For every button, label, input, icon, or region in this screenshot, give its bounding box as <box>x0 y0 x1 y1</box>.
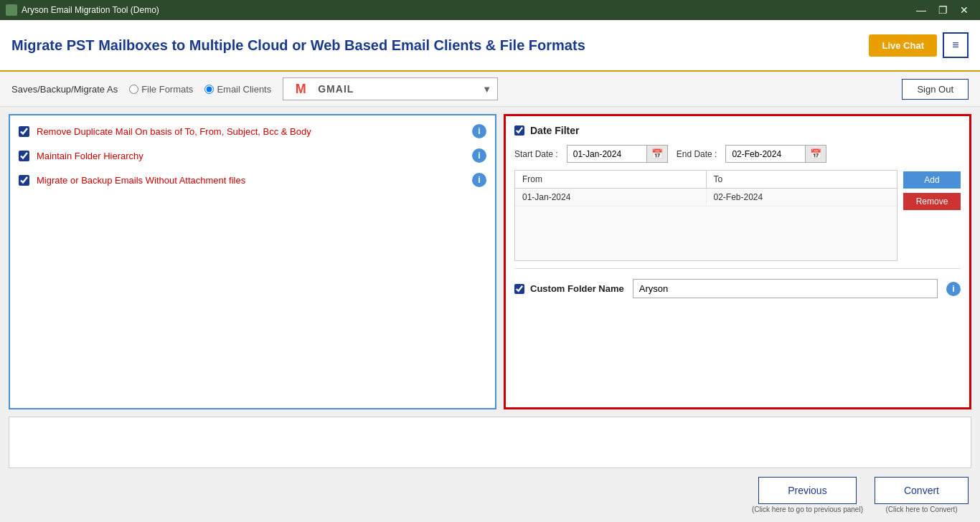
custom-folder-label: Custom Folder Name <box>514 283 624 294</box>
gmail-dropdown-arrow-icon: ▼ <box>482 84 491 95</box>
footer: Previous (Click here to go to previous p… <box>0 471 980 522</box>
live-chat-button[interactable]: Live Chat <box>869 34 937 57</box>
option-checkbox-3[interactable] <box>19 175 29 186</box>
log-area <box>9 417 971 468</box>
gmail-icon: M <box>289 81 312 97</box>
saves-label: Saves/Backup/Migrate As <box>11 84 118 95</box>
gmail-m-letter: M <box>296 82 306 97</box>
add-remove-col: Add Remove <box>903 170 961 261</box>
date-row: Start Date : 📅 End Date : 📅 <box>514 145 961 163</box>
maximize-button[interactable]: ❐ <box>933 3 953 17</box>
file-formats-radio[interactable]: File Formats <box>129 84 193 95</box>
custom-folder-section: Custom Folder Name i <box>514 276 961 298</box>
option-item-1: Remove Duplicate Mail On basis of To, Fr… <box>19 124 486 138</box>
main-content: Remove Duplicate Mail On basis of To, Fr… <box>0 107 980 417</box>
date-table-header: From To <box>515 171 897 189</box>
title-bar-text: Aryson Email Migration Tool (Demo) <box>22 5 159 15</box>
info-icon-1[interactable]: i <box>472 124 486 138</box>
option-item-2: Maintain Folder Hierarchy i <box>19 148 486 163</box>
gmail-selector[interactable]: M GMAIL ▼ <box>283 77 498 100</box>
close-button[interactable]: ✕ <box>954 3 974 17</box>
file-formats-radio-input[interactable] <box>129 85 138 94</box>
option-label-2: Maintain Folder Hierarchy <box>37 151 143 161</box>
option-label-1: Remove Duplicate Mail On basis of To, Fr… <box>37 126 311 137</box>
table-row: 01-Jan-2024 02-Feb-2024 <box>515 189 897 207</box>
date-table-body: 01-Jan-2024 02-Feb-2024 <box>515 189 897 260</box>
folder-name-input[interactable] <box>633 279 938 298</box>
email-clients-label: Email Clients <box>217 84 271 95</box>
option-checkbox-1[interactable] <box>19 126 29 137</box>
end-date-calendar-button[interactable]: 📅 <box>805 146 826 162</box>
title-bar: Aryson Email Migration Tool (Demo) — ❐ ✕ <box>0 0 980 20</box>
start-date-input-wrap: 📅 <box>567 145 668 163</box>
file-formats-label: File Formats <box>141 84 193 95</box>
convert-button-wrap: Convert (Click here to Convert) <box>875 477 969 513</box>
previous-hint: (Click here to go to previous panel) <box>752 506 863 513</box>
date-filter-checkbox[interactable] <box>514 125 524 136</box>
date-table: From To 01-Jan-2024 02-Feb-2024 <box>514 170 897 261</box>
previous-button[interactable]: Previous <box>758 477 856 504</box>
app-icon <box>6 4 17 16</box>
menu-button[interactable]: ≡ <box>943 32 969 58</box>
title-bar-left: Aryson Email Migration Tool (Demo) <box>6 4 159 16</box>
start-date-calendar-button[interactable]: 📅 <box>646 146 667 162</box>
convert-hint: (Click here to Convert) <box>885 506 957 513</box>
gmail-text: GMAIL <box>318 83 354 95</box>
option-item-3: Migrate or Backup Emails Without Attachm… <box>19 173 486 187</box>
date-filter-title: Date Filter <box>530 125 579 136</box>
email-clients-radio-input[interactable] <box>204 85 214 94</box>
add-date-button[interactable]: Add <box>903 171 961 189</box>
date-table-col-from: From <box>515 171 707 188</box>
right-panel: Date Filter Start Date : 📅 End Date : 📅 … <box>504 114 971 409</box>
start-date-input[interactable] <box>567 146 646 162</box>
custom-folder-checkbox[interactable] <box>514 284 524 294</box>
header-right: Live Chat ≡ <box>869 32 969 58</box>
date-table-area: From To 01-Jan-2024 02-Feb-2024 Add Remo… <box>514 170 961 261</box>
sign-out-button[interactable]: Sign Out <box>902 79 969 100</box>
date-table-cell-from: 01-Jan-2024 <box>515 189 707 206</box>
minimize-button[interactable]: — <box>911 3 931 17</box>
app-header: Migrate PST Mailboxes to Multiple Cloud … <box>0 20 980 72</box>
date-table-cell-to: 02-Feb-2024 <box>707 189 897 206</box>
end-date-label: End Date : <box>677 149 717 159</box>
date-filter-section: Date Filter Start Date : 📅 End Date : 📅 … <box>514 125 961 269</box>
end-date-input-wrap: 📅 <box>725 145 826 163</box>
info-icon-3[interactable]: i <box>472 173 486 187</box>
previous-button-wrap: Previous (Click here to go to previous p… <box>752 477 863 513</box>
date-filter-header: Date Filter <box>514 125 961 136</box>
end-date-input[interactable] <box>726 146 805 162</box>
date-table-col-to: To <box>707 171 897 188</box>
toolbar: Saves/Backup/Migrate As File Formats Ema… <box>0 72 980 107</box>
info-icon-2[interactable]: i <box>472 148 486 163</box>
left-panel: Remove Duplicate Mail On basis of To, Fr… <box>9 114 496 409</box>
custom-folder-text: Custom Folder Name <box>530 283 624 294</box>
option-label-3: Migrate or Backup Emails Without Attachm… <box>37 175 245 186</box>
title-bar-controls: — ❐ ✕ <box>911 3 974 17</box>
option-checkbox-2[interactable] <box>19 151 29 161</box>
custom-folder-info-icon[interactable]: i <box>946 282 961 296</box>
start-date-label: Start Date : <box>514 149 558 159</box>
convert-button[interactable]: Convert <box>875 477 969 504</box>
app-title: Migrate PST Mailboxes to Multiple Cloud … <box>11 37 585 54</box>
remove-date-button[interactable]: Remove <box>903 193 961 210</box>
email-clients-radio[interactable]: Email Clients <box>204 84 271 95</box>
